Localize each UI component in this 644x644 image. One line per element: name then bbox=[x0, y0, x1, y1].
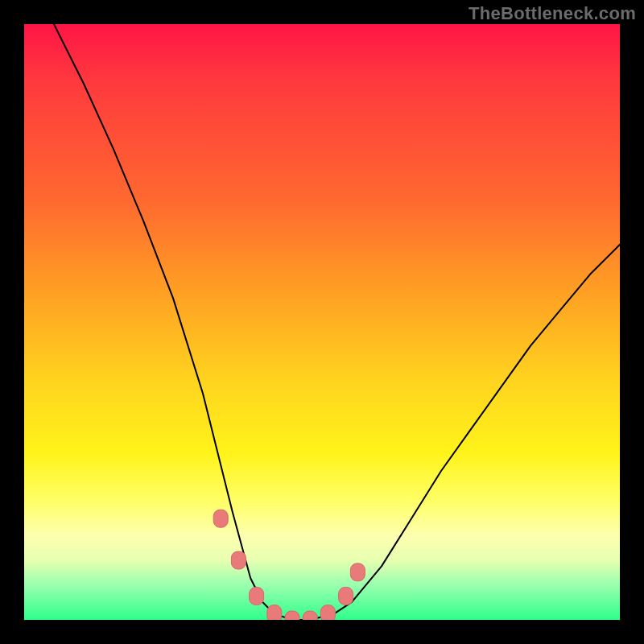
chart-plot-area bbox=[24, 24, 620, 620]
chart-frame: TheBottleneck.com bbox=[0, 0, 644, 644]
highlight-marker bbox=[267, 605, 282, 620]
highlight-marker bbox=[285, 611, 299, 620]
highlight-marker bbox=[231, 551, 246, 569]
highlight-marker bbox=[303, 611, 317, 620]
watermark-label: TheBottleneck.com bbox=[469, 3, 636, 24]
highlight-marker bbox=[250, 587, 264, 605]
highlight-marker bbox=[320, 605, 335, 620]
highlight-marker bbox=[339, 587, 353, 605]
highlight-marker bbox=[350, 564, 365, 581]
bottleneck-curve bbox=[54, 24, 620, 620]
highlight-marker bbox=[213, 510, 228, 527]
chart-svg bbox=[24, 24, 620, 620]
